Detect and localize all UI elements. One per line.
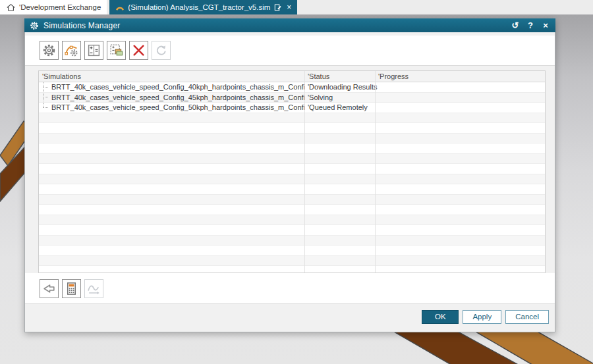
table-row-empty <box>39 113 545 124</box>
settings-gear-button[interactable] <box>40 41 59 60</box>
close-icon[interactable]: × <box>287 3 291 12</box>
tree-branch <box>43 82 49 92</box>
column-header-status[interactable]: 'Status <box>304 71 375 82</box>
results-toolbar <box>25 273 555 304</box>
table-row[interactable]: BRTT_40k_cases_vehicle_speed_Config_40kp… <box>39 82 545 93</box>
column-header-progress[interactable]: 'Progress <box>375 71 545 82</box>
calculator-button[interactable] <box>62 279 81 298</box>
table-header: 'Simulations 'Status 'Progress <box>39 71 545 82</box>
tree-branch <box>43 93 49 103</box>
close-icon[interactable]: × <box>541 21 550 30</box>
cancel-button[interactable]: Cancel <box>505 310 549 324</box>
calculator-icon <box>65 282 78 296</box>
table-row-empty <box>39 164 545 174</box>
clone-solution-icon <box>109 43 123 57</box>
table-row-empty <box>39 195 545 205</box>
simulations-manager-dialog: Simulations Manager ↺ ? × <box>24 18 555 332</box>
modified-doc-icon[interactable] <box>273 3 282 12</box>
document-tab-bar: 'Development Exchange (Simulation) Analy… <box>0 0 593 14</box>
help-icon[interactable]: ? <box>526 21 535 30</box>
tab-label: (Simulation) Analysis_CGT_tractor_v5.sim <box>128 3 270 11</box>
simulation-name: BRTT_40k_cases_vehicle_speed_Config_40kp… <box>51 83 304 91</box>
refresh-button <box>152 41 171 60</box>
simulation-status: 'Queued Remotely <box>304 103 375 113</box>
simulation-progress <box>375 82 545 92</box>
back-arrow-button[interactable] <box>40 279 59 298</box>
table-row-empty <box>39 215 545 226</box>
simulation-arc-icon <box>115 3 125 11</box>
table-row-empty <box>39 246 545 256</box>
table-row[interactable]: BRTT_40k_cases_vehicle_speed_Config_45kp… <box>39 93 545 103</box>
solver-setup-icon <box>87 43 101 57</box>
table-row-empty <box>39 236 545 246</box>
refresh-icon <box>154 43 168 57</box>
delete-button[interactable] <box>129 41 148 60</box>
reset-icon[interactable]: ↺ <box>511 21 520 30</box>
table-row-empty <box>39 134 545 144</box>
home-icon <box>6 3 16 13</box>
tab-development-exchange[interactable]: 'Development Exchange <box>0 0 107 14</box>
simulation-status: 'Solving <box>304 93 375 103</box>
column-divider <box>304 71 305 273</box>
application-window: 'Development Exchange (Simulation) Analy… <box>0 0 593 364</box>
table-filler-rows <box>39 113 545 274</box>
table-row-empty <box>39 205 545 215</box>
simulation-name: BRTT_40k_cases_vehicle_speed_Config_50kp… <box>51 103 304 111</box>
column-divider <box>375 71 376 273</box>
dialog-title: Simulations Manager <box>43 21 121 30</box>
simulation-name: BRTT_40k_cases_vehicle_speed_Config_45kp… <box>51 93 304 101</box>
delete-icon <box>132 43 146 57</box>
ok-button[interactable]: OK <box>422 310 459 324</box>
simulations-toolbar <box>25 36 555 66</box>
simulation-status: 'Downloading Results <box>304 82 375 92</box>
apply-button[interactable]: Apply <box>463 310 501 324</box>
table-row-empty <box>39 154 545 165</box>
settings-gear-icon <box>42 43 56 57</box>
dialog-titlebar[interactable]: Simulations Manager ↺ ? × <box>24 18 555 32</box>
column-header-simulations[interactable]: 'Simulations <box>39 71 304 82</box>
table-row-empty <box>39 143 545 154</box>
simulation-progress <box>375 103 545 113</box>
table-row-empty <box>39 123 545 134</box>
simulation-settings-icon <box>65 43 78 57</box>
solver-setup-button[interactable] <box>84 41 103 60</box>
back-arrow-icon <box>42 282 56 296</box>
table-row-empty <box>39 184 545 195</box>
simulation-progress <box>375 93 545 103</box>
gear-icon <box>30 21 39 30</box>
tree-branch <box>43 103 49 113</box>
tab-label: 'Development Exchange <box>19 3 101 11</box>
simulation-settings-button[interactable] <box>62 41 81 60</box>
table-row[interactable]: BRTT_40k_cases_vehicle_speed_Config_50kp… <box>39 103 545 113</box>
table-row-empty <box>39 256 545 267</box>
table-body: BRTT_40k_cases_vehicle_speed_Config_40kp… <box>39 82 545 273</box>
tab-simulation-analysis[interactable]: (Simulation) Analysis_CGT_tractor_v5.sim… <box>109 0 297 14</box>
result-plot-icon <box>87 282 101 296</box>
result-plot-button <box>84 279 103 298</box>
clone-solution-button[interactable] <box>107 41 126 60</box>
table-row-empty <box>39 225 545 236</box>
table-row-empty <box>39 174 545 185</box>
titlebar-buttons: ↺ ? × <box>511 21 550 30</box>
table-row-empty <box>39 266 545 273</box>
dialog-footer: OK Apply Cancel <box>25 305 555 332</box>
simulations-table: 'Simulations 'Status 'Progress BRTT_40k_… <box>38 70 546 273</box>
